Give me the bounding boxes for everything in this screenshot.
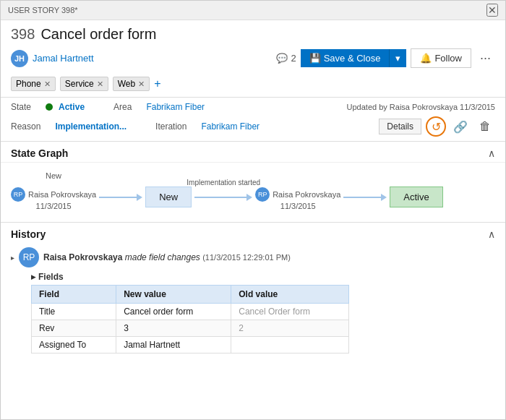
table-header-new-value: New value bbox=[116, 286, 231, 304]
fields-group: ▸ Fields Field New value Old value Title… bbox=[11, 272, 495, 353]
history-header: History ∧ bbox=[1, 223, 505, 243]
arrow-2-label: Implementation started bbox=[186, 179, 260, 187]
table-cell-old-3 bbox=[231, 337, 349, 353]
comment-count: 2 bbox=[291, 53, 296, 64]
state-node-impl: x RP Raisa Pokrovskaya 11/3/2015 bbox=[255, 171, 340, 210]
state-impl-person-name: Raisa Pokrovskaya bbox=[273, 190, 340, 199]
table-header-field: Field bbox=[32, 286, 116, 304]
username[interactable]: Jamal Hartnett bbox=[33, 53, 94, 64]
table-cell-old-2: 2 bbox=[231, 320, 349, 337]
iteration-value: Fabrikam Fiber bbox=[201, 121, 260, 132]
fields-table: Field New value Old value Title Cancel o… bbox=[31, 285, 349, 353]
history-time: (11/3/2015 12:29:01 PM) bbox=[202, 253, 291, 262]
save-button-group: 💾 Save & Close ▾ bbox=[301, 49, 407, 67]
state-graph-title: State Graph bbox=[11, 147, 68, 159]
iteration-label: Iteration bbox=[155, 121, 186, 132]
avatar: JH bbox=[11, 50, 28, 67]
table-cell-new-3: Jamal Hartnett bbox=[116, 337, 231, 353]
history-section: History ∧ ▸ RP Raisa Pokrovskaya made fi… bbox=[1, 222, 505, 358]
arrow-1-container bbox=[99, 179, 142, 203]
arrow-1-head bbox=[137, 194, 142, 201]
table-cell-field-2: Rev bbox=[32, 320, 116, 337]
state-impl-person: RP Raisa Pokrovskaya 11/3/2015 bbox=[255, 187, 340, 210]
close-button[interactable]: ✕ bbox=[486, 4, 498, 17]
follow-button[interactable]: 🔔 Follow bbox=[411, 48, 471, 68]
story-id: 398 bbox=[11, 26, 35, 43]
tag-label-phone: Phone bbox=[16, 79, 41, 89]
comment-area[interactable]: 💬 2 bbox=[276, 53, 296, 64]
fields-row-1: State Active Area Fabrikam Fiber Updated… bbox=[1, 97, 505, 113]
fields-subheader: ▸ Fields bbox=[31, 272, 485, 282]
history-title: History bbox=[11, 228, 46, 240]
tag-close-service[interactable]: ✕ bbox=[97, 80, 103, 89]
table-cell-new-1: Cancel order form bbox=[116, 304, 231, 320]
arrow-3-head bbox=[381, 194, 387, 201]
state-dot bbox=[46, 103, 53, 111]
state-initial-date: 11/3/2015 bbox=[36, 202, 72, 210]
link-icon-button[interactable]: 🔗 bbox=[450, 116, 471, 137]
add-tag-button[interactable]: + bbox=[154, 77, 160, 90]
state-node-initial: New RP Raisa Pokrovskaya 11/3/2015 bbox=[11, 171, 96, 210]
detail-icons-group: Details ↺ 🔗 🗑 bbox=[379, 116, 495, 137]
state-value: Active bbox=[59, 102, 85, 112]
more-button[interactable]: ··· bbox=[476, 49, 495, 67]
arrow-2-container: Implementation started bbox=[194, 179, 252, 203]
arrow-3 bbox=[343, 192, 387, 203]
tag-web: Web ✕ bbox=[113, 77, 150, 91]
history-user-row: ▸ RP Raisa Pokrovskaya made field change… bbox=[11, 247, 495, 267]
follow-label: Follow bbox=[434, 53, 462, 64]
area-label: Area bbox=[113, 102, 132, 112]
details-button[interactable]: Details bbox=[379, 119, 421, 134]
title-bar-label: USER STORY 398* bbox=[8, 6, 78, 14]
header: 398 Cancel order form JH Jamal Hartnett … bbox=[1, 20, 505, 97]
story-title: Cancel order form bbox=[40, 26, 156, 43]
arrow-1-line bbox=[99, 197, 137, 198]
arrow-1 bbox=[99, 192, 142, 203]
story-title-row: 398 Cancel order form bbox=[11, 26, 495, 43]
user-action-row: JH Jamal Hartnett 💬 2 💾 Save & Close ▾ 🔔… bbox=[11, 48, 495, 68]
save-close-button[interactable]: 💾 Save & Close bbox=[301, 49, 390, 67]
avatar-impl: RP bbox=[255, 187, 270, 202]
history-icon-button[interactable]: ↺ bbox=[426, 116, 446, 137]
state-impl-date: 11/3/2015 bbox=[280, 202, 316, 210]
table-row: Title Cancel order form Cancel Order for… bbox=[32, 304, 349, 320]
table-cell-field-3: Assigned To bbox=[32, 337, 116, 353]
state-graph-collapse-button[interactable]: ∧ bbox=[488, 147, 495, 159]
avatar-initial: RP bbox=[11, 187, 25, 202]
table-row: Assigned To Jamal Hartnett bbox=[32, 337, 349, 353]
tag-close-phone[interactable]: ✕ bbox=[44, 80, 51, 89]
table-cell-new-2: 3 bbox=[116, 320, 231, 337]
expand-fields-triangle[interactable]: ▸ bbox=[31, 272, 35, 282]
expand-triangle[interactable]: ▸ bbox=[11, 254, 14, 262]
tag-label-service: Service bbox=[65, 79, 94, 89]
state-initial-person: RP Raisa Pokrovskaya 11/3/2015 bbox=[11, 187, 96, 210]
arrow-3-line bbox=[343, 197, 381, 198]
state-initial-top-label: New bbox=[46, 171, 61, 180]
history-collapse-button[interactable]: ∧ bbox=[488, 228, 495, 240]
arrow-2-head bbox=[246, 194, 252, 201]
tag-service: Service ✕ bbox=[60, 77, 108, 91]
table-row: Rev 3 2 bbox=[32, 320, 349, 337]
save-dropdown-button[interactable]: ▾ bbox=[389, 49, 406, 67]
state-graph: New RP Raisa Pokrovskaya 11/3/2015 x New… bbox=[1, 163, 505, 222]
tag-phone: Phone ✕ bbox=[11, 77, 56, 91]
user-info: JH Jamal Hartnett bbox=[11, 50, 94, 67]
area-value: Fabrikam Fiber bbox=[146, 102, 205, 112]
history-person-name: Raisa Pokrovskaya bbox=[43, 252, 122, 262]
state-label: State bbox=[11, 102, 31, 112]
table-cell-old-1: Cancel Order form bbox=[231, 304, 349, 320]
tag-label-web: Web bbox=[118, 79, 135, 89]
state-box-active: Active bbox=[390, 187, 442, 207]
reason-value: Implementation... bbox=[55, 121, 126, 132]
arrow-2: Implementation started bbox=[194, 192, 252, 203]
arrow-2-line bbox=[194, 197, 246, 198]
state-graph-section-header: State Graph ∧ bbox=[1, 142, 505, 163]
history-entry: ▸ RP Raisa Pokrovskaya made field change… bbox=[1, 243, 505, 358]
trash-icon-button[interactable]: 🗑 bbox=[475, 116, 495, 137]
state-node-new: x New bbox=[145, 175, 192, 207]
save-close-label: Save & Close bbox=[324, 53, 381, 64]
comment-icon: 💬 bbox=[276, 53, 288, 64]
tag-close-web[interactable]: ✕ bbox=[138, 80, 145, 89]
arrow-3-container bbox=[343, 179, 387, 203]
title-bar: USER STORY 398* ✕ bbox=[1, 1, 505, 20]
